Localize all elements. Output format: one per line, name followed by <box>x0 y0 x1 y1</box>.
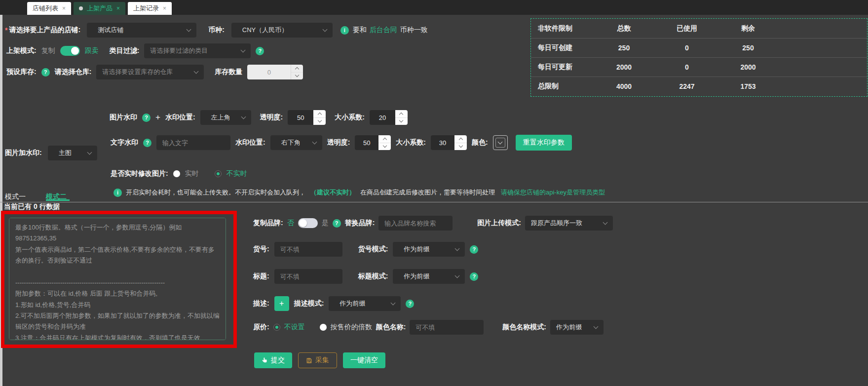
stock-qty-stepper[interactable]: 0 <box>247 65 303 79</box>
shop-select[interactable]: 测试店铺 <box>87 23 196 38</box>
help-icon[interactable]: ? <box>41 68 50 77</box>
clear-all-button[interactable]: 一键清空 <box>343 352 385 368</box>
warehouse-label: 请选择仓库: <box>55 68 92 77</box>
size-value[interactable]: 20 <box>370 110 395 125</box>
opacity-value[interactable]: 50 <box>355 135 378 150</box>
apikey-admin-link[interactable]: 请确保您店铺的api-key是管理员类型 <box>501 188 605 197</box>
currency-select[interactable]: CNY（人民币） <box>231 23 333 38</box>
radio-price-multiple[interactable] <box>320 324 327 331</box>
submit-button-label: 提交 <box>271 356 285 365</box>
copy-brand-toggle[interactable] <box>298 218 318 228</box>
sku-input[interactable] <box>274 242 342 257</box>
close-icon[interactable]: × <box>163 5 166 11</box>
description-mode-label: 描述模式: <box>294 299 324 308</box>
radio-realtime[interactable] <box>173 170 180 177</box>
stock-qty-label: 库存数量 <box>215 68 242 77</box>
radio-price-none-label[interactable]: 不设置 <box>284 323 305 332</box>
mode-copy-label[interactable]: 复制 <box>41 46 55 55</box>
spin-down-icon[interactable] <box>318 118 322 122</box>
color-name-input[interactable] <box>410 320 484 335</box>
title-input[interactable] <box>274 269 342 284</box>
limits-header-filler <box>778 19 867 38</box>
color-select[interactable] <box>493 135 508 150</box>
radio-price-none[interactable] <box>273 324 280 331</box>
size-value[interactable]: 30 <box>431 135 454 150</box>
help-icon[interactable]: ? <box>470 272 478 281</box>
help-icon[interactable]: ? <box>256 47 264 55</box>
title-mode-select[interactable]: 作为前缀 <box>393 269 465 284</box>
spin-up-icon[interactable] <box>295 67 299 71</box>
replace-brand-input[interactable] <box>378 216 453 231</box>
table-row-cell: 0 <box>655 57 718 77</box>
spin-up-icon[interactable] <box>399 113 403 116</box>
text-wm-position-select[interactable]: 右下角 <box>270 135 322 150</box>
color-name-mode-select[interactable]: 作为前缀 <box>550 320 604 335</box>
active-tab-underline <box>46 199 70 201</box>
backend-contract-link[interactable]: 后台合同 <box>370 26 397 35</box>
spin-buttons[interactable] <box>454 135 467 150</box>
tab-list-record[interactable]: 上架记录 × <box>128 2 172 15</box>
stock-qty-value[interactable]: 0 <box>247 65 291 79</box>
category-filter-select[interactable]: 请选择要过滤的类目 <box>144 43 251 58</box>
help-icon[interactable]: ? <box>406 300 414 308</box>
warehouse-select[interactable]: 请选择要设置库存的仓库 <box>96 65 204 79</box>
tab-list-product[interactable]: 上架产品 × <box>74 2 125 15</box>
chevron-down-icon <box>187 27 191 32</box>
tab-shop-list[interactable]: 店铺列表 × <box>27 2 71 15</box>
image-wm-size-stepper[interactable]: 20 <box>370 110 408 125</box>
close-icon[interactable]: × <box>116 5 120 11</box>
spin-down-icon[interactable] <box>383 144 387 148</box>
help-icon[interactable]: ? <box>142 114 151 122</box>
chevron-down-icon <box>312 140 317 145</box>
spin-buttons[interactable] <box>378 135 391 150</box>
add-watermark-image-button[interactable]: + <box>155 113 160 122</box>
help-icon[interactable]: ? <box>143 139 151 147</box>
text-wm-size-stepper[interactable]: 30 <box>431 135 467 150</box>
brand-no-label[interactable]: 否 <box>287 219 294 228</box>
image-wm-opacity-stepper[interactable]: 50 <box>288 110 326 125</box>
close-icon[interactable]: × <box>62 5 66 11</box>
help-icon[interactable]: ? <box>470 245 478 254</box>
stock-qty-spin-buttons[interactable] <box>291 65 303 79</box>
spin-up-icon[interactable] <box>318 113 322 116</box>
mode-follow-label[interactable]: 跟卖 <box>85 46 99 55</box>
preset-stock-row: 预设库存: ? 请选择仓库: 请选择要设置库存的仓库 库存数量 0 <box>6 65 303 79</box>
spin-buttons[interactable] <box>395 110 408 125</box>
spin-buttons[interactable] <box>313 110 326 125</box>
spin-up-icon[interactable] <box>383 138 387 142</box>
toggle-knob <box>71 47 79 55</box>
watermark-text-input[interactable] <box>156 135 230 150</box>
table-row-cell: 2000 <box>593 57 655 77</box>
brand-yes-label[interactable]: 是 <box>322 219 329 228</box>
reset-watermark-button[interactable]: 重置水印参数 <box>516 135 572 151</box>
spin-down-icon[interactable] <box>399 118 403 122</box>
submit-button[interactable]: 提交 <box>254 352 292 368</box>
sku-mode-select[interactable]: 作为前缀 <box>393 242 465 257</box>
info-icon: i <box>113 189 122 197</box>
description-mode-select[interactable]: 作为前缀 <box>329 296 401 311</box>
radio-price-multiple-label[interactable]: 按售价的倍数 <box>331 323 372 332</box>
tab-mode-one[interactable]: 模式一 <box>5 193 26 201</box>
image-wm-position-select[interactable]: 左上角 <box>200 110 251 125</box>
collect-button[interactable]: 采集 <box>298 352 337 368</box>
radio-realtime-label[interactable]: 实时 <box>185 169 199 178</box>
add-description-button[interactable]: + <box>274 296 289 311</box>
listing-mode-toggle[interactable] <box>60 46 80 56</box>
batch-data-textarea[interactable] <box>9 218 226 340</box>
watermark-target-select[interactable]: 主图 <box>48 146 97 160</box>
text-wm-opacity-stepper[interactable]: 50 <box>355 135 391 150</box>
spin-up-icon[interactable] <box>458 138 462 142</box>
tab-label: 店铺列表 <box>33 4 58 13</box>
collect-button-label: 采集 <box>315 356 329 365</box>
text-watermark-label: 文字水印 <box>111 138 138 147</box>
realtime-info-line: i 开启实时会耗时，也可能会上传失败。不开启实时会加入队列， （建议不实时） 在… <box>113 188 605 197</box>
spin-down-icon[interactable] <box>458 144 462 148</box>
radio-not-realtime[interactable] <box>215 170 222 177</box>
image-upload-mode-select[interactable]: 跟原产品顺序一致 <box>525 216 613 231</box>
help-icon[interactable]: ? <box>333 219 341 228</box>
radio-not-realtime-label[interactable]: 不实时 <box>226 169 247 178</box>
sku-row: 货号: 货号模式: 作为前缀 ? <box>253 242 478 257</box>
opacity-value[interactable]: 50 <box>288 110 313 125</box>
color-name-mode-value: 作为前缀 <box>556 323 582 332</box>
spin-down-icon[interactable] <box>295 73 299 77</box>
